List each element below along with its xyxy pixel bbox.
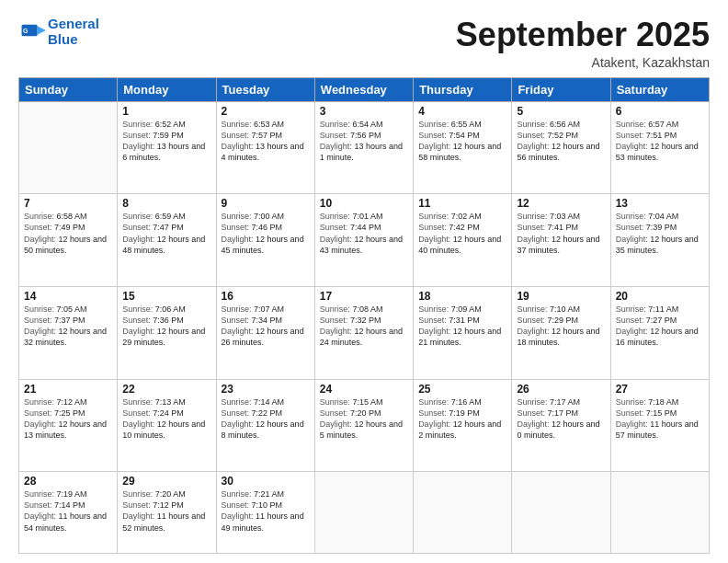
sunset-value: 7:54 PM (449, 131, 480, 140)
day-number: 30 (222, 475, 310, 488)
title-block: September 2025 Atakent, Kazakhstan (456, 17, 710, 70)
calendar-cell: 3Sunrise: 6:54 AMSunset: 7:56 PMDaylight… (314, 101, 413, 194)
sunrise-value: 7:10 AM (550, 304, 580, 314)
day-number: 19 (517, 290, 605, 303)
month-title: September 2025 (456, 17, 710, 53)
sunset-value: 7:59 PM (153, 131, 184, 140)
daylight-label: Daylight: (320, 327, 355, 336)
cell-details: Sunrise: 7:06 AMSunset: 7:36 PMDaylight:… (122, 304, 210, 349)
day-number: 24 (320, 383, 408, 396)
sunset-value: 7:19 PM (449, 408, 480, 418)
sunrise-label: Sunrise: (616, 212, 649, 221)
sunrise-value: 6:52 AM (155, 120, 186, 129)
sunset-label: Sunset: (517, 131, 547, 140)
cell-details: Sunrise: 7:02 AMSunset: 7:42 PMDaylight:… (418, 211, 506, 256)
weekday-header: Wednesday (314, 77, 413, 101)
sunrise-value: 7:00 AM (254, 212, 284, 221)
calendar-cell: 17Sunrise: 7:08 AMSunset: 7:32 PMDayligh… (314, 286, 413, 379)
daylight-label: Daylight: (24, 419, 59, 429)
sunrise-value: 6:55 AM (451, 120, 482, 129)
calendar-cell: 2Sunrise: 6:53 AMSunset: 7:57 PMDaylight… (216, 101, 314, 194)
sunset-label: Sunset: (122, 408, 153, 418)
day-number: 7 (24, 197, 112, 210)
day-number: 20 (616, 290, 704, 303)
sunset-label: Sunset: (222, 500, 252, 510)
calendar-cell: 11Sunrise: 7:02 AMSunset: 7:42 PMDayligh… (414, 194, 512, 287)
sunset-value: 7:22 PM (252, 408, 283, 418)
cell-details: Sunrise: 7:09 AMSunset: 7:31 PMDaylight:… (418, 304, 506, 349)
day-number: 5 (517, 105, 605, 118)
day-number: 1 (122, 105, 210, 118)
sunrise-label: Sunrise: (222, 120, 255, 129)
sunrise-value: 7:21 AM (254, 489, 284, 499)
weekday-header: Tuesday (216, 77, 314, 101)
daylight-label: Daylight: (122, 419, 157, 429)
svg-marker-1 (38, 26, 46, 34)
sunrise-label: Sunrise: (517, 304, 550, 314)
sunrise-label: Sunrise: (616, 397, 649, 407)
daylight-label: Daylight: (122, 142, 157, 151)
sunrise-value: 7:20 AM (155, 489, 186, 499)
calendar-cell: 24Sunrise: 7:15 AMSunset: 7:20 PMDayligh… (314, 379, 413, 472)
daylight-label: Daylight: (418, 419, 453, 429)
calendar-cell: 8Sunrise: 6:59 AMSunset: 7:47 PMDaylight… (118, 194, 216, 287)
calendar-cell: 23Sunrise: 7:14 AMSunset: 7:22 PMDayligh… (216, 379, 314, 472)
sunrise-label: Sunrise: (320, 212, 353, 221)
sunrise-value: 7:08 AM (352, 304, 382, 314)
sunrise-value: 6:54 AM (352, 120, 382, 129)
sunset-value: 7:17 PM (547, 408, 578, 418)
cell-details: Sunrise: 7:17 AMSunset: 7:17 PMDaylight:… (517, 396, 605, 442)
daylight-label: Daylight: (616, 235, 651, 244)
sunset-value: 7:31 PM (449, 316, 480, 325)
sunrise-value: 7:18 AM (648, 397, 678, 407)
sunset-value: 7:27 PM (646, 316, 677, 325)
daylight-label: Daylight: (122, 235, 157, 244)
cell-details: Sunrise: 7:13 AMSunset: 7:24 PMDaylight:… (122, 396, 210, 442)
day-number: 18 (418, 290, 506, 303)
calendar-cell: 1Sunrise: 6:52 AMSunset: 7:59 PMDaylight… (118, 101, 216, 194)
logo-line1: General (48, 17, 99, 32)
day-number: 9 (222, 197, 310, 210)
weekday-header: Friday (512, 77, 610, 101)
calendar-cell (512, 472, 610, 554)
daylight-label: Daylight: (222, 142, 256, 151)
sunset-value: 7:49 PM (54, 223, 85, 232)
sunrise-label: Sunrise: (222, 489, 255, 499)
daylight-label: Daylight: (616, 419, 651, 429)
sunrise-label: Sunrise: (122, 397, 155, 407)
day-number: 29 (122, 475, 210, 488)
calendar-week-row: 14Sunrise: 7:05 AMSunset: 7:37 PMDayligh… (19, 286, 710, 379)
daylight-label: Daylight: (122, 511, 157, 521)
sunset-value: 7:34 PM (252, 316, 283, 325)
sunset-value: 7:39 PM (646, 223, 677, 232)
day-number: 26 (517, 383, 605, 396)
sunrise-label: Sunrise: (517, 212, 550, 221)
page: G General Blue September 2025 Atakent, K… (0, 0, 728, 563)
cell-details: Sunrise: 7:04 AMSunset: 7:39 PMDaylight:… (616, 211, 704, 256)
daylight-label: Daylight: (616, 142, 651, 151)
cell-details: Sunrise: 6:55 AMSunset: 7:54 PMDaylight:… (418, 119, 506, 164)
sunset-value: 7:24 PM (153, 408, 184, 418)
daylight-label: Daylight: (517, 235, 552, 244)
day-number: 4 (418, 105, 506, 118)
sunrise-label: Sunrise: (418, 212, 451, 221)
sunrise-value: 6:59 AM (155, 212, 186, 221)
sunset-value: 7:52 PM (547, 131, 578, 140)
sunset-value: 7:46 PM (252, 223, 283, 232)
sunset-value: 7:37 PM (54, 316, 85, 325)
daylight-label: Daylight: (320, 235, 355, 244)
sunset-value: 7:29 PM (547, 316, 578, 325)
daylight-label: Daylight: (24, 511, 59, 521)
calendar-cell: 5Sunrise: 6:56 AMSunset: 7:52 PMDaylight… (512, 101, 610, 194)
sunset-label: Sunset: (418, 316, 449, 325)
sunset-label: Sunset: (418, 223, 449, 232)
sunset-label: Sunset: (616, 131, 646, 140)
sunset-value: 7:36 PM (153, 316, 184, 325)
weekday-header: Monday (118, 77, 216, 101)
sunrise-label: Sunrise: (616, 304, 649, 314)
cell-details: Sunrise: 7:16 AMSunset: 7:19 PMDaylight:… (418, 396, 506, 442)
calendar-cell: 13Sunrise: 7:04 AMSunset: 7:39 PMDayligh… (610, 194, 709, 287)
calendar-cell: 14Sunrise: 7:05 AMSunset: 7:37 PMDayligh… (19, 286, 118, 379)
day-number: 21 (24, 383, 112, 396)
sunrise-label: Sunrise: (24, 489, 57, 499)
